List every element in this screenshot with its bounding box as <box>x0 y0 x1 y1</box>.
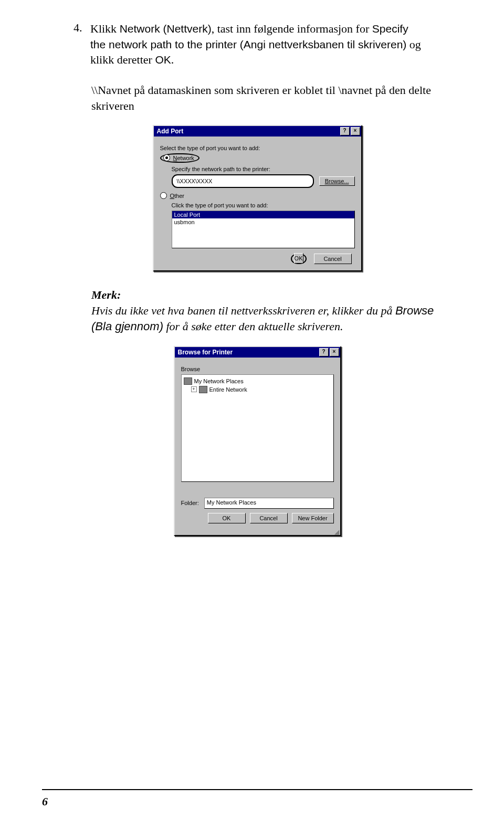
tree-item-my-network-places[interactable]: My Network Places <box>184 377 331 385</box>
tree-item1-label: My Network Places <box>194 378 244 384</box>
tree-item-entire-network[interactable]: + Entire Network <box>191 385 331 394</box>
t3: , tast inn følgende informasjon for <box>212 22 372 35</box>
cancel-button[interactable]: Cancel <box>314 254 352 264</box>
browse-printer-dialog: Browse for Printer ? × Browse My Network… <box>174 346 341 536</box>
globe-icon <box>199 386 207 393</box>
add-port-button-row: OK Cancel <box>160 254 355 264</box>
step-number: 4. <box>74 21 88 35</box>
browse-title: Browse for Printer <box>178 349 233 356</box>
ok-highlight-oval: OK <box>291 254 307 264</box>
close-button-2[interactable]: × <box>330 348 339 356</box>
note-block: Merk: Hvis du ikke vet hva banen til net… <box>91 287 441 334</box>
step-text: Klikk Network (Nettverk), tast inn følge… <box>90 21 426 68</box>
ok-button-2[interactable]: OK <box>208 513 246 523</box>
step-4: 4. Klikk Network (Nettverk), tast inn fø… <box>74 21 441 68</box>
folder-label: Folder: <box>181 500 199 506</box>
page-number: 6 <box>42 795 48 808</box>
radio-network-row[interactable]: NNetworketwork <box>160 153 355 163</box>
path-field-row: \\XXXX\XXXX Browse... <box>172 174 355 188</box>
add-port-title: Add Port <box>157 128 184 135</box>
radio-network-dot[interactable] <box>163 154 170 161</box>
tree-expander-icon[interactable]: + <box>191 386 197 392</box>
click-type-label: Click the type of port you want to add: <box>172 202 355 208</box>
note-label: Merk: <box>91 287 441 303</box>
folder-row: Folder: My Network Places <box>181 498 334 509</box>
radio-network-label: NNetworketwork <box>173 155 194 161</box>
browse-button[interactable]: Browse... <box>319 176 355 186</box>
radio-other-dot[interactable] <box>160 192 167 199</box>
note-p1: Hvis du ikke vet hva banen til nettverks… <box>91 304 395 317</box>
t1: Klikk <box>90 22 120 35</box>
specify-path-label: Specify the network path to the printer: <box>172 166 355 172</box>
select-type-label: Select the type of port you want to add: <box>160 145 355 151</box>
new-folder-button[interactable]: New Folder <box>292 513 334 523</box>
radio-other-row[interactable]: Other <box>160 192 355 199</box>
radio-other-label: Other <box>170 193 185 199</box>
folder-field[interactable]: My Network Places <box>204 498 334 509</box>
browse-label: Browse <box>181 366 334 372</box>
cancel-button-2[interactable]: Cancel <box>250 513 288 523</box>
resize-grip-icon[interactable]: ◢ <box>175 530 340 535</box>
add-port-body: Select the type of port you want to add:… <box>154 136 361 270</box>
footer-rule <box>42 789 472 790</box>
tree-item2-label: Entire Network <box>209 386 247 393</box>
note-body: Hvis du ikke vet hva banen til nettverks… <box>91 303 441 334</box>
figure-add-port: Add Port ? × Select the type of port you… <box>74 125 441 271</box>
browse-titlebar: Browse for Printer ? × <box>175 347 340 358</box>
t6: OK <box>155 54 171 66</box>
browse-tree[interactable]: My Network Places + Entire Network <box>181 374 334 482</box>
list-item-usbmon[interactable]: usbmon <box>172 218 354 226</box>
browse-body: Browse My Network Places + Entire Networ… <box>175 358 340 530</box>
help-button[interactable]: ? <box>340 127 350 135</box>
add-port-dialog: Add Port ? × Select the type of port you… <box>153 125 362 271</box>
network-path-input[interactable]: \\XXXX\XXXX <box>172 174 314 188</box>
network-highlight-oval: NNetworketwork <box>160 153 200 163</box>
t2: Network (Nettverk) <box>120 23 212 35</box>
close-button[interactable]: × <box>351 127 360 135</box>
t7: . <box>171 53 174 66</box>
figure-browse-printer: Browse for Printer ? × Browse My Network… <box>74 346 441 536</box>
port-type-listbox[interactable]: Local Port usbmon <box>172 211 355 248</box>
page: 4. Klikk Network (Nettverk), tast inn fø… <box>0 0 504 819</box>
list-item-local-port[interactable]: Local Port <box>172 211 354 218</box>
network-places-icon <box>184 377 192 385</box>
help-button-2[interactable]: ? <box>319 348 329 356</box>
unc-path-text: \\Navnet på datamaskinen som skriveren e… <box>91 82 441 113</box>
ok-button[interactable]: OK <box>294 253 303 264</box>
browse-button-row: OK Cancel New Folder <box>181 513 334 523</box>
note-p3: for å søke etter den aktuelle skriveren. <box>163 320 343 333</box>
add-port-titlebar: Add Port ? × <box>154 126 361 136</box>
